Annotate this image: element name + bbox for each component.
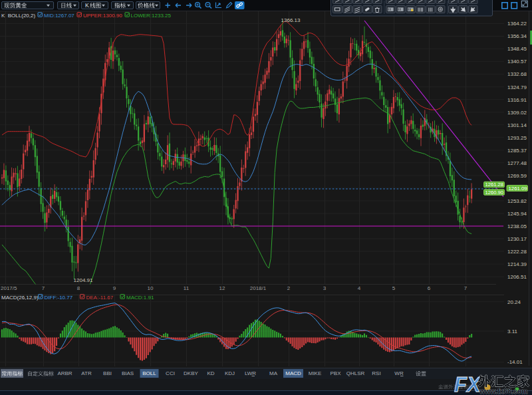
- svg-text:2017/5: 2017/5: [1, 285, 17, 291]
- svg-text:1309.02: 1309.02: [507, 110, 527, 116]
- svg-text:DEA:-11.67: DEA:-11.67: [86, 295, 114, 301]
- svg-text:1260.90: 1260.90: [485, 190, 503, 196]
- svg-text:2018/1: 2018/1: [250, 285, 267, 291]
- svg-text:DIFF:-10.77: DIFF:-10.77: [45, 295, 73, 301]
- svg-text:UPPER:1300.90: UPPER:1300.90: [83, 13, 122, 19]
- svg-text:1222.28: 1222.28: [507, 249, 527, 255]
- svg-text:www.fx68.com: www.fx68.com: [479, 387, 528, 395]
- svg-text:KD: KD: [207, 370, 214, 376]
- svg-text:12: 12: [219, 285, 225, 291]
- svg-text:KDJ: KDJ: [225, 370, 235, 376]
- svg-text:BBI: BBI: [103, 370, 112, 376]
- svg-text:MID:1267.07: MID:1267.07: [44, 13, 74, 19]
- svg-text:BIAS: BIAS: [122, 370, 134, 376]
- svg-text:1348.45: 1348.45: [507, 46, 527, 52]
- svg-text:1269.59: 1269.59: [507, 173, 527, 179]
- svg-text:MIKE: MIKE: [309, 370, 322, 376]
- svg-text:7: 7: [464, 285, 467, 291]
- svg-text:5: 5: [392, 285, 396, 291]
- svg-text:CCI: CCI: [166, 370, 175, 376]
- svg-text:1340.57: 1340.57: [507, 59, 527, 65]
- svg-text:10: 10: [148, 285, 154, 291]
- svg-text:8: 8: [77, 285, 80, 291]
- svg-text:-14.01: -14.01: [507, 359, 523, 365]
- svg-text:1206.51: 1206.51: [507, 274, 527, 280]
- svg-text:6: 6: [428, 285, 431, 291]
- svg-text:2: 2: [287, 285, 291, 291]
- svg-text:1204.91: 1204.91: [74, 277, 93, 283]
- svg-text:1293.25: 1293.25: [507, 135, 527, 141]
- svg-text:1301.14: 1301.14: [507, 122, 527, 128]
- svg-text:9: 9: [113, 285, 116, 291]
- svg-text:BOLL: BOLL: [142, 370, 156, 376]
- svg-text:MACD(26,12,9): MACD(26,12,9): [1, 295, 39, 301]
- svg-text:ATR: ATR: [81, 370, 92, 376]
- svg-text:WR: WR: [394, 370, 404, 376]
- svg-text:K: K: [85, 2, 89, 9]
- svg-text:1230.17: 1230.17: [507, 236, 527, 242]
- svg-text:4: 4: [358, 285, 361, 291]
- svg-text:7: 7: [42, 285, 45, 291]
- svg-text:QHLSR: QHLSR: [346, 370, 365, 376]
- svg-text:K BOLL(20,2): K BOLL(20,2): [1, 13, 35, 19]
- svg-text:1261.09: 1261.09: [509, 186, 527, 192]
- svg-text:RSI: RSI: [372, 370, 380, 376]
- svg-text:1245.94: 1245.94: [507, 211, 527, 217]
- svg-text:3.11: 3.11: [507, 329, 518, 334]
- svg-text:PBX: PBX: [330, 370, 341, 376]
- svg-text:1356.34: 1356.34: [507, 33, 527, 39]
- svg-text:DKBY: DKBY: [184, 370, 198, 376]
- svg-text:3: 3: [323, 285, 327, 291]
- svg-text:FX: FX: [454, 373, 482, 395]
- svg-text:11: 11: [184, 285, 190, 291]
- svg-text:1214.39: 1214.39: [507, 261, 527, 267]
- svg-text:1316.91: 1316.91: [507, 97, 527, 103]
- svg-text:MACD:1.91: MACD:1.91: [126, 295, 154, 301]
- svg-text:1277.48: 1277.48: [507, 160, 527, 166]
- svg-text:ARBR: ARBR: [57, 370, 72, 376]
- svg-text:LWR: LWR: [245, 370, 256, 376]
- svg-text:1238.05: 1238.05: [507, 223, 527, 229]
- svg-text:LOWER:1233.25: LOWER:1233.25: [131, 13, 172, 19]
- svg-text:1366.13: 1366.13: [281, 17, 301, 23]
- svg-text:1332.68: 1332.68: [507, 71, 527, 77]
- svg-text:1364.22: 1364.22: [507, 21, 527, 27]
- svg-text:20.24: 20.24: [507, 299, 521, 305]
- svg-text:1261.28: 1261.28: [485, 182, 503, 188]
- svg-text:1324.79: 1324.79: [507, 84, 527, 90]
- svg-text:MA: MA: [269, 370, 278, 376]
- svg-text:MACD: MACD: [285, 370, 301, 376]
- svg-text:1285.37: 1285.37: [507, 148, 527, 154]
- svg-text:1253.82: 1253.82: [507, 198, 527, 204]
